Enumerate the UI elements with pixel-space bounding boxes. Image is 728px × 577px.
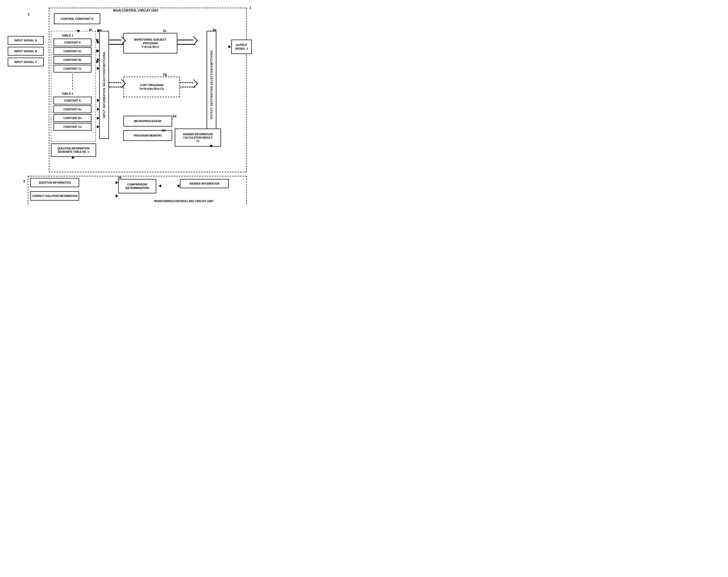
arrow-const-k-down [5,5,6,12]
ref-2: 2 [28,12,30,16]
monitoring-program-box: MONITORING SUBJECTPROGRAMY=K×(A-B)+C [123,33,177,53]
hollow-arrow-head2-inner [193,37,197,45]
input-switching-box: INPUT INFORMATION SELECTION/SWITCHING [99,31,109,139]
table1-label: TABLE 1 [62,34,73,37]
monitoring-program-text: MONITORING SUBJECTPROGRAMY=K×(A-B)+C [134,38,166,49]
arrowhead-q-up [72,156,75,158]
question-info-box: QUESTION INFORMATION [30,178,79,187]
ref-2a: 2a [173,114,176,118]
input-signal-a: INPUT SIGNAL A [8,36,44,45]
arrowhead-tnk [97,99,100,102]
arrowhead-cs-right [115,194,118,198]
monitoring-circuit-label: MONITORING/CONTROLLING CIRCUIT UNIT [154,200,213,203]
microprocessor-box: MICROPROCESSOR [123,116,172,126]
ref-3: 3 [23,179,25,183]
answer-info-text: ANSWER INFORMATIONCALCULATION RESULTYn [183,133,213,143]
tablen-an-box: CONSTANT An [53,105,92,113]
ref-3a: 3a [118,175,121,179]
comparison-box: COMPARISON/DETERMINATION [118,179,156,193]
arrowhead-const-k [77,30,80,33]
arrowhead-ans-box-left [177,184,179,187]
control-constant-box: CONTROL CONSTANT K [54,14,100,24]
arrowhead-const-k-r [97,29,100,32]
hollow-arrow-shaft3 [180,82,195,87]
arrowhead-t1k [97,41,100,44]
output-signal-box: OUTPUTSIGNAL Y [231,40,252,54]
arrow-output-sig [5,19,20,19]
hollow-arrow-shaft2 [177,40,195,45]
input-signal-c: INPUT SIGNAL C [8,57,44,66]
hollow-arrow-head4-inner [121,80,125,87]
copy-program-box: COPY PROGRAMYn=K×(An-Bn)+Cn [123,77,180,97]
arrowhead-tnbn [97,117,100,120]
arrowhead-output-down [210,145,213,148]
question-designate-text: QUESTION INFORMATIONDESIGNATE TABLE NO. … [57,147,90,153]
tablen-label: TABLE n [62,92,74,95]
main-circuit-label: MAIN CONTROL CIRCUIT UNIT [113,9,158,12]
copy-program-text: COPY PROGRAMYn=K×(An-Bn)+Cn [139,83,164,91]
arrowhead-output-sig [229,45,231,48]
arrow-ans-h [5,55,42,56]
arrow-cs-right [5,76,44,77]
output-signal-text: OUTPUTSIGNAL Y [235,43,248,51]
arrowhead-t1a1 [97,49,100,52]
ref-2e: 2e [213,28,216,32]
answer-info-box: ANSWER INFORMATIONCALCULATION RESULTYn [175,129,221,147]
tablen-bn-box: CONSTANT Bn [53,114,92,122]
table1-c1-box: CONSTANT C1 [53,65,92,73]
dashed-separator [72,74,73,90]
ref-2c: 2c [163,29,166,33]
question-designate-box: QUESTION INFORMATIONDESIGNATE TABLE NO. … [51,144,96,157]
answer-information-box: ANSWER INFORMATION [180,179,229,188]
ref-2g: 2g [163,73,167,76]
arrowhead-q-right [115,181,118,184]
diagram: 1 MAIN CONTROL CIRCUIT UNIT 2 CONTROL CO… [5,5,252,201]
tablen-k-box: CONSTANT K [53,97,92,104]
table1-b1-box: CONSTANT B1 [53,56,92,64]
tablen-cn-box: CONSTANT Cn [53,123,92,131]
hollow-arrow-head3-inner [193,80,197,87]
correct-solution-box: CORRECT-SOLUTION INFORMATION [30,191,79,201]
table1-a1-box: CONSTANT A1 [53,47,92,55]
arrowhead-t1b1 [97,58,100,61]
output-switching-box: OUTPUT DESTINATION SELECTION/SWITCHING [207,31,216,139]
arrowhead-ans-left [159,184,161,187]
arrow-output-down [5,19,6,27]
table1-k-box: CONSTANT K [53,39,92,46]
arrow-ans-down [5,27,6,55]
ref-1: 1 [250,6,251,9]
comparison-text: COMPARISON/DETERMINATION [126,182,149,190]
arrow-q-up [5,56,6,76]
hollow-arrow-head-inner [121,37,125,45]
arrowhead-t1c1 [97,67,100,70]
arrowhead-tnan [97,108,100,111]
ref-2f: 2f [89,28,92,32]
arrowhead-tncn [97,125,100,128]
ref-2b: 2b [162,129,166,132]
input-signal-b: INPUT SIGNAL B [8,47,44,55]
